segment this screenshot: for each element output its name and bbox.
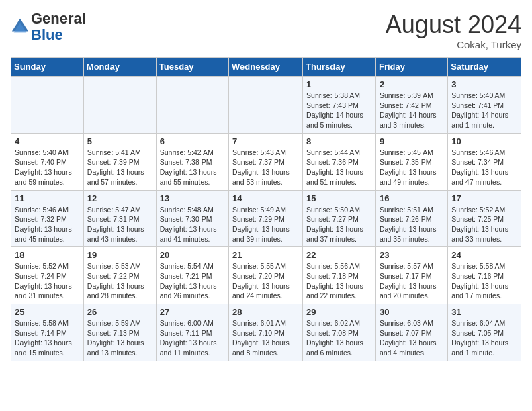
day-info: Sunrise: 5:59 AM Sunset: 7:13 PM Dayligh… xyxy=(87,318,152,358)
calendar-cell: 16Sunrise: 5:51 AM Sunset: 7:26 PM Dayli… xyxy=(375,190,447,247)
day-number: 7 xyxy=(232,136,299,146)
calendar-cell: 31Sunrise: 6:04 AM Sunset: 7:05 PM Dayli… xyxy=(448,304,521,361)
day-number: 18 xyxy=(15,250,80,260)
day-number: 4 xyxy=(15,136,80,146)
day-info: Sunrise: 5:45 AM Sunset: 7:35 PM Dayligh… xyxy=(380,148,444,187)
day-info: Sunrise: 5:56 AM Sunset: 7:18 PM Dayligh… xyxy=(306,261,372,301)
day-info: Sunrise: 5:51 AM Sunset: 7:26 PM Dayligh… xyxy=(380,205,444,244)
calendar-cell: 27Sunrise: 6:00 AM Sunset: 7:11 PM Dayli… xyxy=(156,304,228,361)
calendar-cell: 18Sunrise: 5:52 AM Sunset: 7:24 PM Dayli… xyxy=(11,247,84,304)
day-info: Sunrise: 5:52 AM Sunset: 7:25 PM Dayligh… xyxy=(451,205,517,244)
day-number: 20 xyxy=(160,250,225,260)
day-number: 30 xyxy=(380,307,444,317)
day-info: Sunrise: 5:52 AM Sunset: 7:24 PM Dayligh… xyxy=(15,261,80,301)
week-row-1: 1Sunrise: 5:38 AM Sunset: 7:43 PM Daylig… xyxy=(11,77,521,134)
day-number: 22 xyxy=(306,250,372,260)
month-year: August 2024 xyxy=(386,11,521,39)
day-info: Sunrise: 5:40 AM Sunset: 7:41 PM Dayligh… xyxy=(451,91,517,130)
logo-blue: Blue xyxy=(31,26,63,43)
day-info: Sunrise: 5:47 AM Sunset: 7:31 PM Dayligh… xyxy=(87,205,152,244)
day-number: 14 xyxy=(232,193,299,203)
day-number: 2 xyxy=(380,79,444,89)
day-info: Sunrise: 5:53 AM Sunset: 7:22 PM Dayligh… xyxy=(87,261,152,301)
calendar-cell: 3Sunrise: 5:40 AM Sunset: 7:41 PM Daylig… xyxy=(448,77,521,134)
day-number: 29 xyxy=(306,307,372,317)
calendar-cell xyxy=(229,77,303,134)
logo-text: General Blue xyxy=(31,11,86,43)
calendar-cell xyxy=(156,77,228,134)
day-info: Sunrise: 5:42 AM Sunset: 7:38 PM Dayligh… xyxy=(160,148,225,187)
day-info: Sunrise: 6:04 AM Sunset: 7:05 PM Dayligh… xyxy=(451,318,517,358)
day-info: Sunrise: 5:50 AM Sunset: 7:27 PM Dayligh… xyxy=(306,205,372,244)
col-header-tuesday: Tuesday xyxy=(156,58,228,77)
calendar-cell: 26Sunrise: 5:59 AM Sunset: 7:13 PM Dayli… xyxy=(83,304,156,361)
calendar-cell: 20Sunrise: 5:54 AM Sunset: 7:21 PM Dayli… xyxy=(156,247,228,304)
calendar-cell: 4Sunrise: 5:40 AM Sunset: 7:40 PM Daylig… xyxy=(11,133,84,190)
calendar-cell: 13Sunrise: 5:48 AM Sunset: 7:30 PM Dayli… xyxy=(156,190,228,247)
calendar-cell xyxy=(11,77,84,134)
calendar-cell xyxy=(83,77,156,134)
day-number: 10 xyxy=(451,136,517,146)
calendar-cell: 25Sunrise: 5:58 AM Sunset: 7:14 PM Dayli… xyxy=(11,304,84,361)
day-number: 12 xyxy=(87,193,152,203)
calendar-cell: 2Sunrise: 5:39 AM Sunset: 7:42 PM Daylig… xyxy=(375,77,447,134)
calendar-cell: 8Sunrise: 5:44 AM Sunset: 7:36 PM Daylig… xyxy=(303,133,376,190)
calendar-cell: 17Sunrise: 5:52 AM Sunset: 7:25 PM Dayli… xyxy=(448,190,521,247)
calendar-cell: 10Sunrise: 5:46 AM Sunset: 7:34 PM Dayli… xyxy=(448,133,521,190)
week-row-5: 25Sunrise: 5:58 AM Sunset: 7:14 PM Dayli… xyxy=(11,304,521,361)
day-info: Sunrise: 5:41 AM Sunset: 7:39 PM Dayligh… xyxy=(87,148,152,187)
col-header-sunday: Sunday xyxy=(11,58,84,77)
week-row-4: 18Sunrise: 5:52 AM Sunset: 7:24 PM Dayli… xyxy=(11,247,521,304)
col-header-monday: Monday xyxy=(83,58,156,77)
col-header-wednesday: Wednesday xyxy=(229,58,303,77)
week-row-2: 4Sunrise: 5:40 AM Sunset: 7:40 PM Daylig… xyxy=(11,133,521,190)
day-number: 24 xyxy=(451,250,517,260)
day-info: Sunrise: 5:55 AM Sunset: 7:20 PM Dayligh… xyxy=(232,261,299,301)
day-number: 11 xyxy=(15,193,80,203)
day-info: Sunrise: 6:03 AM Sunset: 7:07 PM Dayligh… xyxy=(380,318,444,358)
logo-general: General xyxy=(31,10,86,27)
day-number: 6 xyxy=(160,136,225,146)
calendar-cell: 30Sunrise: 6:03 AM Sunset: 7:07 PM Dayli… xyxy=(375,304,447,361)
calendar-cell: 7Sunrise: 5:43 AM Sunset: 7:37 PM Daylig… xyxy=(229,133,303,190)
day-info: Sunrise: 5:46 AM Sunset: 7:32 PM Dayligh… xyxy=(15,205,80,244)
col-header-thursday: Thursday xyxy=(303,58,376,77)
day-number: 16 xyxy=(380,193,444,203)
day-number: 31 xyxy=(451,307,517,317)
calendar-cell: 21Sunrise: 5:55 AM Sunset: 7:20 PM Dayli… xyxy=(229,247,303,304)
col-header-friday: Friday xyxy=(375,58,447,77)
calendar-cell: 22Sunrise: 5:56 AM Sunset: 7:18 PM Dayli… xyxy=(303,247,376,304)
day-number: 28 xyxy=(232,307,299,317)
calendar-cell: 24Sunrise: 5:58 AM Sunset: 7:16 PM Dayli… xyxy=(448,247,521,304)
calendar-cell: 1Sunrise: 5:38 AM Sunset: 7:43 PM Daylig… xyxy=(303,77,376,134)
day-info: Sunrise: 6:02 AM Sunset: 7:08 PM Dayligh… xyxy=(306,318,372,358)
title-block: August 2024 Cokak, Turkey xyxy=(386,11,521,50)
day-number: 19 xyxy=(87,250,152,260)
day-info: Sunrise: 5:57 AM Sunset: 7:17 PM Dayligh… xyxy=(380,261,444,301)
day-number: 5 xyxy=(87,136,152,146)
calendar-table: SundayMondayTuesdayWednesdayThursdayFrid… xyxy=(11,57,521,361)
day-info: Sunrise: 5:44 AM Sunset: 7:36 PM Dayligh… xyxy=(306,148,372,187)
day-number: 13 xyxy=(160,193,225,203)
col-header-saturday: Saturday xyxy=(448,58,521,77)
day-info: Sunrise: 5:58 AM Sunset: 7:14 PM Dayligh… xyxy=(15,318,80,358)
calendar-cell: 12Sunrise: 5:47 AM Sunset: 7:31 PM Dayli… xyxy=(83,190,156,247)
day-info: Sunrise: 5:43 AM Sunset: 7:37 PM Dayligh… xyxy=(232,148,299,187)
day-number: 15 xyxy=(306,193,372,203)
page-header: General Blue August 2024 Cokak, Turkey xyxy=(11,11,521,50)
day-info: Sunrise: 5:38 AM Sunset: 7:43 PM Dayligh… xyxy=(306,91,372,130)
logo-icon xyxy=(11,17,30,36)
calendar-cell: 28Sunrise: 6:01 AM Sunset: 7:10 PM Dayli… xyxy=(229,304,303,361)
day-info: Sunrise: 5:54 AM Sunset: 7:21 PM Dayligh… xyxy=(160,261,225,301)
day-number: 26 xyxy=(87,307,152,317)
day-info: Sunrise: 5:49 AM Sunset: 7:29 PM Dayligh… xyxy=(232,205,299,244)
calendar-cell: 23Sunrise: 5:57 AM Sunset: 7:17 PM Dayli… xyxy=(375,247,447,304)
day-number: 3 xyxy=(451,79,517,89)
day-number: 8 xyxy=(306,136,372,146)
logo: General Blue xyxy=(11,11,86,43)
day-number: 27 xyxy=(160,307,225,317)
day-number: 23 xyxy=(380,250,444,260)
calendar-cell: 19Sunrise: 5:53 AM Sunset: 7:22 PM Dayli… xyxy=(83,247,156,304)
calendar-cell: 14Sunrise: 5:49 AM Sunset: 7:29 PM Dayli… xyxy=(229,190,303,247)
day-info: Sunrise: 5:46 AM Sunset: 7:34 PM Dayligh… xyxy=(451,148,517,187)
